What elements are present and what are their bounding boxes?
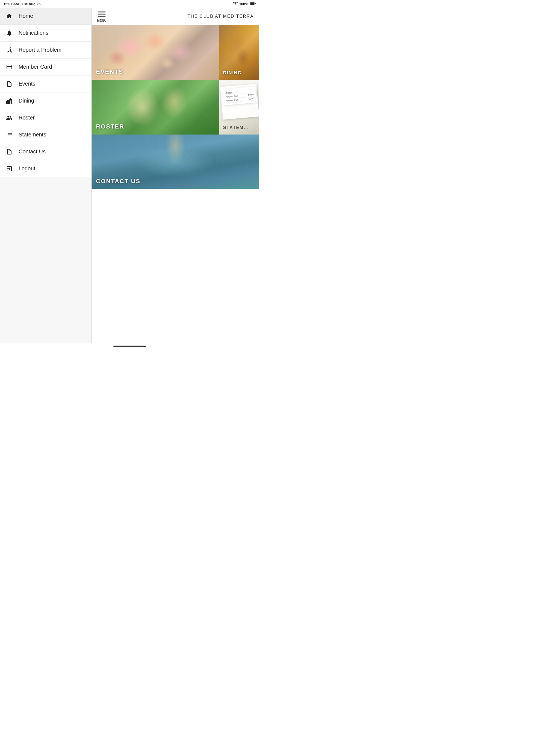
grid-cell-events[interactable]: EVENTS (92, 25, 219, 80)
home-indicator (113, 345, 146, 347)
app-container: Home Notifications Report a Problem Memb… (0, 8, 259, 343)
status-bar-indicators: 100% (233, 2, 256, 6)
sidebar-item-roster[interactable]: Roster (0, 109, 91, 126)
sidebar-item-statements[interactable]: Statements (0, 126, 91, 143)
roster-label: ROSTER (96, 123, 124, 130)
sidebar-label-report: Report a Problem (19, 47, 61, 53)
sidebar-item-dining[interactable]: Dining (0, 93, 91, 109)
events-label: EVENTS (96, 68, 123, 75)
list-icon (5, 131, 13, 138)
status-date: Tue Aug 25 (22, 2, 41, 6)
status-time: 12:07 AM (3, 2, 19, 6)
svg-rect-1 (251, 2, 255, 5)
wifi-icon (233, 2, 238, 6)
sidebar-item-events[interactable]: Events (0, 75, 91, 93)
sidebar-label-contact-us: Contact Us (19, 149, 46, 155)
bell-icon (5, 29, 13, 37)
sidebar: Home Notifications Report a Problem Memb… (0, 8, 92, 343)
content-grid: EVENTS DINING ROSTER Charge Amount Paid (92, 25, 259, 343)
grid-cell-contact-us[interactable]: CONTACT US (92, 134, 259, 189)
sidebar-label-logout: Logout (19, 165, 35, 172)
menu-button[interactable]: MENU (97, 11, 106, 22)
sidebar-item-report[interactable]: Report a Problem (0, 42, 91, 58)
document-alt-icon (5, 148, 13, 156)
sidebar-label-roster: Roster (19, 114, 35, 121)
grid-cell-dining[interactable]: DINING (219, 25, 259, 80)
sidebar-item-home[interactable]: Home (0, 8, 91, 25)
grid-cell-roster[interactable]: ROSTER (92, 80, 219, 134)
fork-knife-icon (5, 97, 13, 105)
status-bar: 12:07 AM Tue Aug 25 100% (0, 0, 259, 8)
sidebar-label-home: Home (19, 13, 33, 19)
sidebar-item-logout[interactable]: Logout (0, 160, 91, 177)
hamburger-icon (98, 11, 105, 17)
grid-cell-statements[interactable]: Charge Amount Paid$0.00 Amount Paid$0.00… (219, 80, 259, 134)
sidebar-label-statements: Statements (19, 131, 46, 138)
sidebar-item-notifications[interactable]: Notifications (0, 25, 91, 42)
sidebar-label-events: Events (19, 81, 35, 87)
home-icon (5, 12, 13, 20)
document-icon (5, 80, 13, 88)
dining-label: DINING (223, 71, 242, 75)
logout-icon (5, 165, 13, 173)
top-bar: MENU THE CLUB AT MEDITERRA (92, 8, 259, 25)
main-content: MENU THE CLUB AT MEDITERRA EVENTS DINING… (92, 8, 259, 343)
club-title: THE CLUB AT MEDITERRA (187, 14, 254, 19)
sidebar-label-notifications: Notifications (19, 30, 48, 36)
menu-label: MENU (97, 19, 106, 22)
battery-percentage: 100% (239, 2, 248, 6)
sidebar-item-member-card[interactable]: Member Card (0, 58, 91, 75)
contact-label: CONTACT US (96, 178, 141, 185)
wrench-icon (5, 46, 13, 54)
statements-doc: Charge Amount Paid$0.00 Amount Paid$0.00 (222, 87, 257, 105)
sidebar-label-dining: Dining (19, 98, 34, 104)
person-icon (5, 114, 13, 122)
battery-icon (250, 2, 256, 6)
sidebar-item-contact-us[interactable]: Contact Us (0, 143, 91, 160)
statements-label: STATEM... (223, 125, 249, 130)
sidebar-label-member-card: Member Card (19, 64, 52, 70)
status-bar-time-date: 12:07 AM Tue Aug 25 (3, 2, 41, 6)
card-icon (5, 63, 13, 71)
